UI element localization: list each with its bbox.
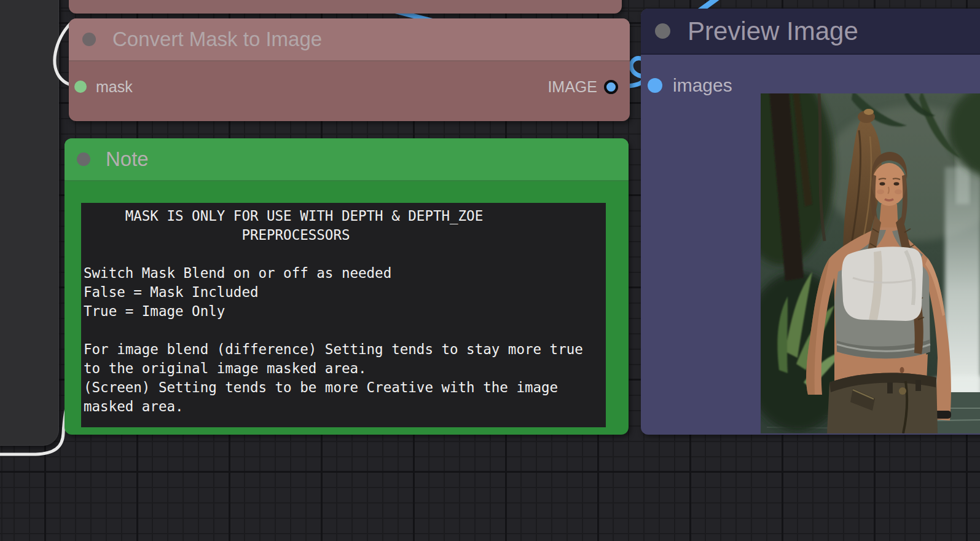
collapse-dot-icon[interactable] [77,152,90,166]
node-header[interactable]: Note [65,138,629,181]
node-header[interactable]: Preview Image [641,9,980,55]
node-note[interactable]: Note MASK IS ONLY FOR USE WITH DEPTH & D… [65,138,629,435]
input-label-images: images [673,75,732,96]
note-text[interactable]: MASK IS ONLY FOR USE WITH DEPTH & DEPTH_… [84,207,603,416]
partial-node-left[interactable] [0,0,59,446]
partial-node-top[interactable] [69,0,622,14]
preview-image [761,93,980,433]
output-port-image[interactable] [604,80,618,94]
input-port-mask[interactable] [74,81,87,93]
collapse-dot-icon[interactable] [82,33,96,46]
input-label-mask: mask [96,78,133,96]
collapse-dot-icon[interactable] [655,23,670,39]
node-title: Convert Mask to Image [112,28,322,51]
note-text-widget[interactable]: MASK IS ONLY FOR USE WITH DEPTH & DEPTH_… [81,203,606,427]
output-label-image: IMAGE [547,78,597,96]
node-convert-mask-to-image[interactable]: Convert Mask to Image mask IMAGE [69,18,630,121]
node-preview-image[interactable]: Preview Image images [641,9,980,435]
node-title: Note [106,148,149,171]
input-port-images[interactable] [648,78,662,93]
node-header[interactable]: Convert Mask to Image [69,18,630,61]
node-title: Preview Image [688,17,858,46]
preview-image-widget[interactable] [761,93,980,433]
